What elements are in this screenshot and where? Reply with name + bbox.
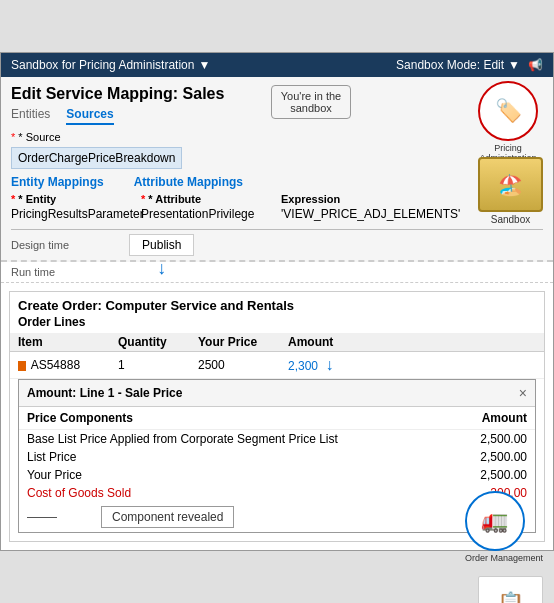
pricing-admin-icon: 🏷️ Pricing Administration bbox=[473, 81, 543, 163]
sales-order-box-icon: 📋 bbox=[497, 591, 524, 604]
sandbox-mode-label: Sandbox Mode: Edit bbox=[396, 58, 504, 72]
mappings-row: Entity Mappings Attribute Mappings bbox=[11, 175, 543, 189]
price-row-2-label: Your Price bbox=[27, 468, 82, 482]
price-modal-header: Amount: Line 1 - Sale Price × bbox=[19, 380, 535, 407]
price-row-1-amount: 2,500.00 bbox=[480, 450, 527, 464]
speaker-icon: 📢 bbox=[528, 58, 543, 72]
order-table-row: AS54888 1 2500 2,300 ↓ bbox=[10, 352, 544, 379]
col-item: Item bbox=[18, 335, 118, 349]
mapping-data-row: PricingResultsParameter PresentationPriv… bbox=[11, 207, 543, 221]
top-bar-right-arrow[interactable]: ▼ bbox=[508, 58, 520, 72]
attribute-cell: PresentationPrivilege bbox=[141, 207, 281, 221]
runtime-label: Run time bbox=[1, 262, 553, 283]
price-components-header: Price Components bbox=[27, 411, 133, 425]
price-row-2-amount: 2,500.00 bbox=[480, 468, 527, 482]
order-panel-title: Create Order: Computer Service and Renta… bbox=[10, 292, 544, 315]
tab-entities[interactable]: Entities bbox=[11, 107, 50, 125]
sandbox-box-icon: 🏖️ bbox=[498, 173, 523, 197]
price-modal: Amount: Line 1 - Sale Price × Price Comp… bbox=[18, 379, 536, 533]
sandbox-label: Sandbox bbox=[478, 214, 543, 225]
entity-col-header: * Entity bbox=[11, 193, 141, 205]
price-row-1-label: List Price bbox=[27, 450, 76, 464]
amount-arrow-icon: ↓ bbox=[325, 356, 333, 373]
item-flag-icon bbox=[18, 361, 26, 371]
sandbox-admin-label: Sandbox for Pricing Administration bbox=[11, 58, 194, 72]
component-revealed-tooltip: Component revealed bbox=[101, 506, 234, 528]
design-labels-row: Design time Publish ↓ bbox=[11, 229, 543, 260]
price-row-1: List Price 2,500.00 bbox=[19, 448, 535, 466]
tab-sources[interactable]: Sources bbox=[66, 107, 113, 125]
source-section-label: * Source bbox=[11, 131, 543, 143]
attribute-mappings-link[interactable]: Attribute Mappings bbox=[134, 175, 243, 189]
col-amount: Amount bbox=[288, 335, 368, 349]
amount-header: Amount bbox=[482, 411, 527, 425]
price-row-3: Cost of Goods Sold -200.00 bbox=[19, 484, 535, 502]
publish-down-arrow: ↓ bbox=[157, 258, 166, 279]
order-mgmt-circle-icon: 🚛 bbox=[481, 508, 508, 534]
price-modal-title: Amount: Line 1 - Sale Price bbox=[27, 386, 182, 400]
top-bar: Sandbox for Pricing Administration ▼ San… bbox=[1, 53, 553, 77]
price-row-3-label: Cost of Goods Sold bbox=[27, 486, 131, 500]
component-line bbox=[27, 517, 57, 518]
row-amount[interactable]: 2,300 ↓ bbox=[288, 356, 368, 374]
sales-order-icon: 📋 Sales Order bbox=[478, 576, 543, 603]
sandbox-tooltip: You're in the sandbox bbox=[271, 85, 351, 119]
entity-cell: PricingResultsParameter bbox=[11, 207, 141, 221]
row-item: AS54888 bbox=[18, 358, 118, 372]
price-row-0-amount: 2,500.00 bbox=[480, 432, 527, 446]
order-mgmt-label: Order Management bbox=[465, 553, 543, 563]
row-price: 2500 bbox=[198, 358, 288, 372]
price-row-0-label: Base List Price Applied from Corporate S… bbox=[27, 432, 338, 446]
price-row-0: Base List Price Applied from Corporate S… bbox=[19, 430, 535, 448]
pricing-admin-circle-icon: 🏷️ bbox=[495, 98, 522, 124]
col-quantity: Quantity bbox=[118, 335, 198, 349]
top-bar-left-arrow[interactable]: ▼ bbox=[198, 58, 210, 72]
row-quantity: 1 bbox=[118, 358, 198, 372]
source-value: OrderChargePriceBreakdown bbox=[11, 147, 182, 169]
col-price: Your Price bbox=[198, 335, 288, 349]
publish-button[interactable]: Publish bbox=[129, 234, 194, 256]
price-modal-table-header: Price Components Amount bbox=[19, 407, 535, 430]
design-time-label: Design time bbox=[11, 239, 69, 251]
price-row-2: Your Price 2,500.00 bbox=[19, 466, 535, 484]
order-table-header: Item Quantity Your Price Amount bbox=[10, 333, 544, 352]
order-management-icon: 🚛 Order Management bbox=[465, 491, 543, 563]
table-header-row: * Entity * Attribute Expression bbox=[11, 193, 543, 205]
entity-mappings-link[interactable]: Entity Mappings bbox=[11, 175, 104, 189]
sandbox-img-area: 🏖️ Sandbox bbox=[478, 157, 543, 225]
price-modal-close[interactable]: × bbox=[519, 386, 527, 400]
design-section: You're in the sandbox 🏷️ Pricing Adminis… bbox=[1, 77, 553, 262]
attribute-col-header: * Attribute bbox=[141, 193, 281, 205]
component-revealed-row: Component revealed bbox=[19, 502, 535, 532]
order-lines-label: Order Lines bbox=[10, 315, 544, 333]
